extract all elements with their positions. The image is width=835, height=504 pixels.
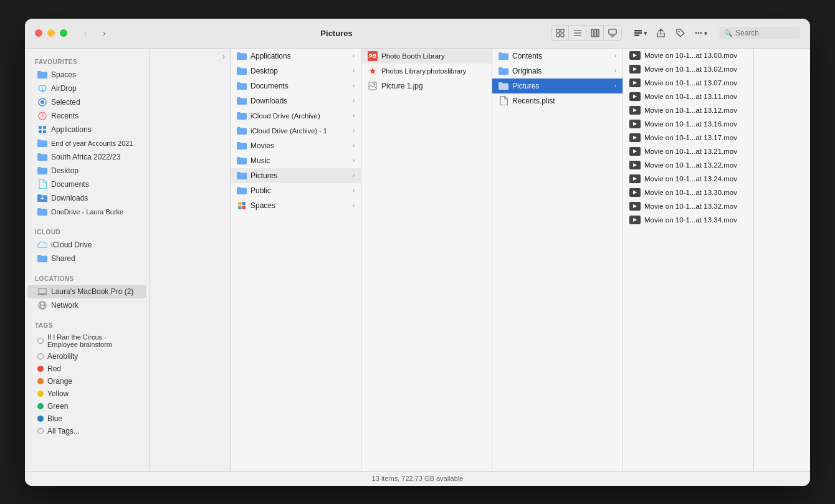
fullscreen-button[interactable]: [60, 29, 67, 37]
sidebar-section-icloud: iCloud: [25, 224, 149, 238]
col4-movie4[interactable]: ▶ Movie on 10-1...at 13.11.mov: [623, 90, 753, 103]
folder-icon: [237, 141, 247, 151]
chevron-icon: ›: [353, 202, 355, 209]
movie-icon: ▶: [629, 78, 641, 87]
list-view-button[interactable]: [569, 26, 586, 40]
sidebar-section-tags: Tags: [25, 317, 149, 331]
column-2: PB Photo Booth Library Photos Library.ph…: [361, 49, 492, 471]
gallery-view-button[interactable]: [604, 26, 621, 40]
col4-movie2[interactable]: ▶ Movie on 10-1...at 13.02.mov: [623, 62, 753, 76]
col4-movie6[interactable]: ▶ Movie on 10-1...at 13.16.mov: [623, 117, 753, 131]
col3-recents[interactable]: Recents.plist: [492, 93, 623, 108]
search-input[interactable]: [735, 29, 791, 37]
column-view-button[interactable]: [586, 26, 604, 40]
sidebar-item-tag-circus[interactable]: If I Ran the Circus - Employee brainstor…: [27, 331, 146, 350]
col1-spaces[interactable]: Spaces ›: [231, 198, 361, 213]
item-label: Pictures: [250, 171, 277, 180]
col4-movie8[interactable]: ▶ Movie on 10-1...at 13.21.mov: [623, 145, 753, 158]
col1-desktop[interactable]: Desktop ›: [231, 64, 361, 78]
col3-pictures[interactable]: Pictures ›: [492, 78, 623, 93]
sidebar-item-desktop[interactable]: Desktop: [27, 164, 146, 178]
svg-rect-34: [238, 206, 242, 209]
sidebar-item-onedrive[interactable]: OneDrive - Laura Burke: [27, 205, 146, 219]
sidebar-item-spaces[interactable]: Spaces: [27, 68, 146, 82]
back-button[interactable]: ‹: [77, 27, 93, 39]
col2-picture1[interactable]: Picture 1.jpg: [361, 78, 492, 93]
svg-rect-14: [634, 32, 642, 34]
col4-movie3[interactable]: ▶ Movie on 10-1...at 13.07.mov: [623, 76, 753, 90]
col1-icloud-archive1[interactable]: iCloud Drive (Archive) - 1 ›: [231, 123, 361, 138]
sidebar-label: Selected: [51, 98, 80, 107]
sidebar-item-all-tags[interactable]: All Tags...: [27, 425, 146, 437]
sidebar-item-selected[interactable]: Selected: [27, 95, 146, 109]
titlebar: ‹ › Pictures ▾: [25, 19, 810, 49]
col1-documents[interactable]: Documents ›: [231, 78, 361, 93]
chevron-icon: ›: [353, 97, 355, 104]
col1-icloud-archive[interactable]: iCloud Drive (Archive) ›: [231, 108, 361, 123]
col2-photobooth[interactable]: PB Photo Booth Library: [361, 49, 492, 64]
search-box[interactable]: 🔍: [719, 27, 800, 39]
col1-music[interactable]: Music ›: [231, 153, 361, 168]
sidebar-item-icloud-drive[interactable]: iCloud Drive: [27, 238, 146, 252]
tag-button[interactable]: [672, 26, 689, 40]
col4-movie9[interactable]: ▶ Movie on 10-1...at 13.22.mov: [623, 158, 753, 172]
col1-pictures[interactable]: Pictures ›: [231, 168, 361, 183]
sidebar-item-tag-orange[interactable]: Orange: [27, 375, 146, 388]
sidebar-item-tag-green[interactable]: Green: [27, 400, 146, 412]
svg-rect-9: [597, 29, 599, 37]
applications-icon: [37, 125, 47, 135]
col4-movie7[interactable]: ▶ Movie on 10-1...at 13.17.mov: [623, 131, 753, 145]
sidebar-item-macbook[interactable]: Laura's MacBook Pro (2): [27, 285, 146, 298]
item-label: Spaces: [250, 201, 275, 210]
svg-rect-15: [634, 34, 639, 36]
item-label: iCloud Drive (Archive): [250, 112, 320, 120]
sidebar-item-applications[interactable]: Applications: [27, 123, 146, 136]
col4-movie11[interactable]: ▶ Movie on 10-1...at 13.30.mov: [623, 186, 753, 199]
col3-originals[interactable]: Originals ›: [492, 64, 623, 78]
share-button[interactable]: [652, 26, 669, 40]
col4-movie13[interactable]: ▶ Movie on 10-1...at 13.34.mov: [623, 213, 753, 227]
item-label: Movie on 10-1...at 13.22.mov: [644, 161, 737, 169]
sidebar-item-downloads[interactable]: Downloads: [27, 191, 146, 205]
nav-buttons: ‹ ›: [77, 27, 112, 39]
arrange-button[interactable]: ▾: [632, 26, 649, 40]
sidebar-item-southafrica[interactable]: South Africa 2022/23: [27, 150, 146, 164]
sidebar-item-network[interactable]: Network: [27, 298, 146, 312]
col4-movie10[interactable]: ▶ Movie on 10-1...at 13.24.mov: [623, 172, 753, 186]
col1-public[interactable]: Public ›: [231, 183, 361, 198]
item-label: Photo Booth Library: [381, 52, 445, 60]
col4-movie12[interactable]: ▶ Movie on 10-1...at 13.32.mov: [623, 199, 753, 213]
item-label: Movie on 10-1...at 13.12.mov: [644, 107, 737, 114]
file-browser: › Applications › Desktop › Documents: [150, 49, 810, 471]
forward-button[interactable]: ›: [96, 27, 112, 39]
col4-movie1[interactable]: ▶ Movie on 10-1...at 13.00.mov: [623, 49, 753, 62]
sidebar-item-recents[interactable]: Recents: [27, 109, 146, 123]
minimize-button[interactable]: [47, 29, 55, 37]
col1-applications[interactable]: Applications ›: [231, 49, 361, 64]
item-label: Contents: [512, 52, 542, 60]
movie-icon: ▶: [629, 216, 641, 224]
col4-movie5[interactable]: ▶ Movie on 10-1...at 13.12.mov: [623, 103, 753, 117]
sidebar-item-shared[interactable]: Shared: [27, 252, 146, 265]
col2-photos[interactable]: Photos Library.photoslibrary: [361, 64, 492, 78]
tag-all-icon: [37, 428, 44, 434]
sidebar-item-endofyear[interactable]: End of year Accounts 2021: [27, 136, 146, 150]
col3-contents[interactable]: Contents ›: [492, 49, 623, 64]
icon-view-button[interactable]: [551, 26, 569, 40]
sidebar-item-tag-blue[interactable]: Blue: [27, 412, 146, 425]
tag-empty-icon: [37, 338, 44, 344]
item-label: Downloads: [250, 97, 287, 105]
sidebar-item-tag-aerobility[interactable]: Aerobility: [27, 350, 146, 363]
sidebar-item-documents[interactable]: Documents: [27, 178, 146, 191]
sidebar-item-tag-red[interactable]: Red: [27, 363, 146, 375]
close-button[interactable]: [35, 29, 42, 37]
more-button[interactable]: ▾: [692, 26, 709, 40]
sidebar-item-airdrop[interactable]: AirDrop: [27, 82, 146, 95]
col1-movies[interactable]: Movies ›: [231, 138, 361, 153]
svg-point-38: [374, 83, 376, 85]
folder-icon: [237, 186, 247, 196]
svg-rect-33: [242, 202, 246, 206]
desktop-icon: [37, 166, 47, 176]
sidebar-item-tag-yellow[interactable]: Yellow: [27, 388, 146, 400]
col1-downloads[interactable]: Downloads ›: [231, 93, 361, 108]
